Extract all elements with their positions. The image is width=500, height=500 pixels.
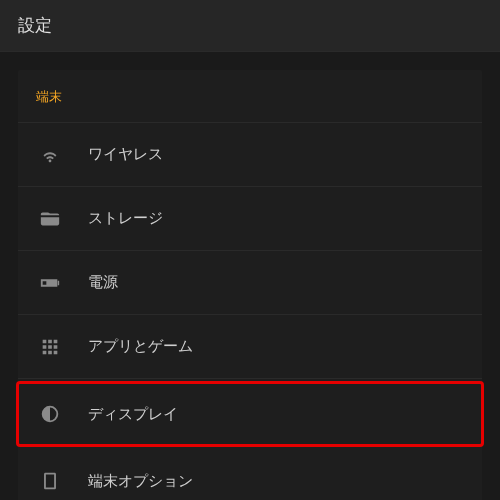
item-label: アプリとゲーム [88,337,193,356]
item-label: ストレージ [88,209,163,228]
section-header-device: 端末 [18,70,482,123]
apps-grid-icon [36,333,64,361]
wifi-icon [36,141,64,169]
settings-content: 端末 ワイヤレス ストレージ 電源 アプリとゲーム [0,52,500,500]
page-title: 設定 [0,0,500,52]
item-display[interactable]: ディスプレイ [16,381,484,447]
contrast-icon [36,400,64,428]
tablet-icon [36,467,64,495]
item-power[interactable]: 電源 [18,251,482,315]
item-wireless[interactable]: ワイヤレス [18,123,482,187]
folder-icon [36,205,64,233]
item-label: 端末オプション [88,472,193,491]
item-label: ワイヤレス [88,145,163,164]
settings-panel: 端末 ワイヤレス ストレージ 電源 アプリとゲーム [18,70,482,500]
item-label: 電源 [88,273,118,292]
item-label: ディスプレイ [88,405,178,424]
item-storage[interactable]: ストレージ [18,187,482,251]
item-device-options[interactable]: 端末オプション [18,449,482,500]
item-apps-games[interactable]: アプリとゲーム [18,315,482,379]
battery-icon [36,269,64,297]
